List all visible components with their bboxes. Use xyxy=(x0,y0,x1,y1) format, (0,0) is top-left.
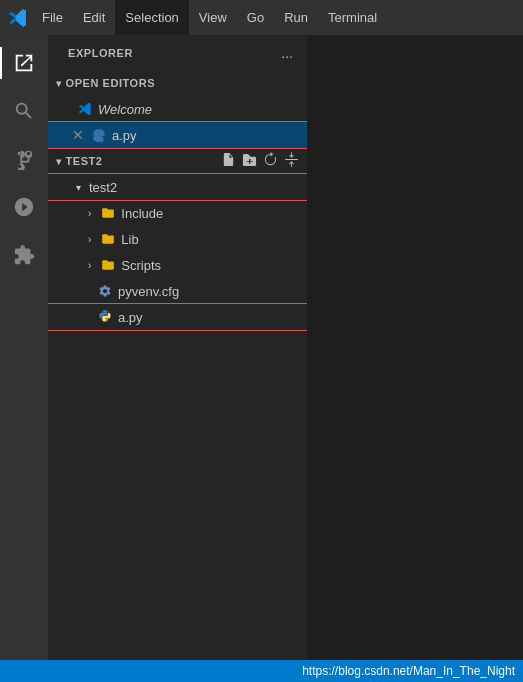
scripts-chevron: › xyxy=(88,260,91,271)
menu-file[interactable]: File xyxy=(32,0,73,35)
menu-go[interactable]: Go xyxy=(237,0,274,35)
include-label: Include xyxy=(121,206,299,221)
include-folder-icon xyxy=(99,206,117,220)
lib-chevron: › xyxy=(88,234,91,245)
main-area: EXPLORER ... ▾ OPEN EDITORS Welcome ✕ xyxy=(0,35,523,660)
lib-folder-icon xyxy=(99,232,117,246)
menu-run[interactable]: Run xyxy=(274,0,318,35)
open-editors-label: OPEN EDITORS xyxy=(66,77,156,89)
pyvenv-file-item[interactable]: pyvenv.cfg xyxy=(48,278,307,304)
scripts-label: Scripts xyxy=(121,258,299,273)
open-editor-apy-label: a.py xyxy=(112,128,299,143)
test2-section-header[interactable]: ▾ TEST2 xyxy=(48,148,307,174)
include-folder-item[interactable]: › Include xyxy=(48,200,307,226)
refresh-icon[interactable] xyxy=(263,152,278,170)
open-editor-welcome-label: Welcome xyxy=(98,102,299,117)
test2-chevron: ▾ xyxy=(56,156,62,167)
more-actions-icon[interactable]: ... xyxy=(279,43,295,63)
menu-edit[interactable]: Edit xyxy=(73,0,115,35)
welcome-vscode-icon xyxy=(76,102,94,116)
test2-folder-label: test2 xyxy=(89,180,117,195)
apy-tree-item[interactable]: a.py xyxy=(48,304,307,330)
test2-folder-chevron: ▾ xyxy=(76,182,81,193)
menubar: File Edit Selection View Go Run Terminal xyxy=(0,0,523,35)
test2-label: TEST2 xyxy=(66,155,103,167)
open-editors-chevron: ▾ xyxy=(56,78,62,89)
explorer-title: EXPLORER xyxy=(68,47,133,59)
close-apy-icon[interactable]: ✕ xyxy=(72,127,84,143)
activity-search[interactable] xyxy=(0,87,48,135)
new-folder-icon[interactable] xyxy=(242,152,257,170)
sidebar-explorer-header: EXPLORER ... xyxy=(48,35,307,70)
activity-extensions[interactable] xyxy=(0,231,48,279)
lib-folder-item[interactable]: › Lib xyxy=(48,226,307,252)
test2-folder-item[interactable]: ▾ test2 xyxy=(48,174,307,200)
test2-toolbar xyxy=(221,152,299,170)
activity-source-control[interactable] xyxy=(0,135,48,183)
pyvenv-label: pyvenv.cfg xyxy=(118,284,299,299)
sidebar-header-actions: ... xyxy=(279,43,295,63)
scripts-folder-item[interactable]: › Scripts xyxy=(48,252,307,278)
pyvenv-gear-icon xyxy=(96,284,114,298)
lib-label: Lib xyxy=(121,232,299,247)
menu-terminal[interactable]: Terminal xyxy=(318,0,387,35)
sidebar: EXPLORER ... ▾ OPEN EDITORS Welcome ✕ xyxy=(48,35,307,660)
include-chevron: › xyxy=(88,208,91,219)
status-url: https://blog.csdn.net/Man_In_The_Night xyxy=(302,664,515,678)
collapse-all-icon[interactable] xyxy=(284,152,299,170)
activity-run-debug[interactable] xyxy=(0,183,48,231)
test2-section-left: ▾ TEST2 xyxy=(56,155,103,167)
new-file-icon[interactable] xyxy=(221,152,236,170)
activity-explorer[interactable] xyxy=(0,39,48,87)
menubar-items: File Edit Selection View Go Run Terminal xyxy=(32,0,387,35)
apy-python-icon xyxy=(90,128,108,142)
status-bar: https://blog.csdn.net/Man_In_The_Night xyxy=(0,660,523,682)
menu-view[interactable]: View xyxy=(189,0,237,35)
apy-tree-label: a.py xyxy=(118,310,299,325)
open-editor-welcome[interactable]: Welcome xyxy=(48,96,307,122)
activity-bar xyxy=(0,35,48,660)
menu-selection[interactable]: Selection xyxy=(115,0,188,35)
scripts-folder-icon xyxy=(99,258,117,272)
vscode-logo xyxy=(4,0,32,35)
editor-area xyxy=(307,35,523,660)
apy-tree-python-icon xyxy=(96,310,114,324)
open-editor-apy[interactable]: ✕ a.py xyxy=(48,122,307,148)
open-editors-section-header[interactable]: ▾ OPEN EDITORS xyxy=(48,70,307,96)
